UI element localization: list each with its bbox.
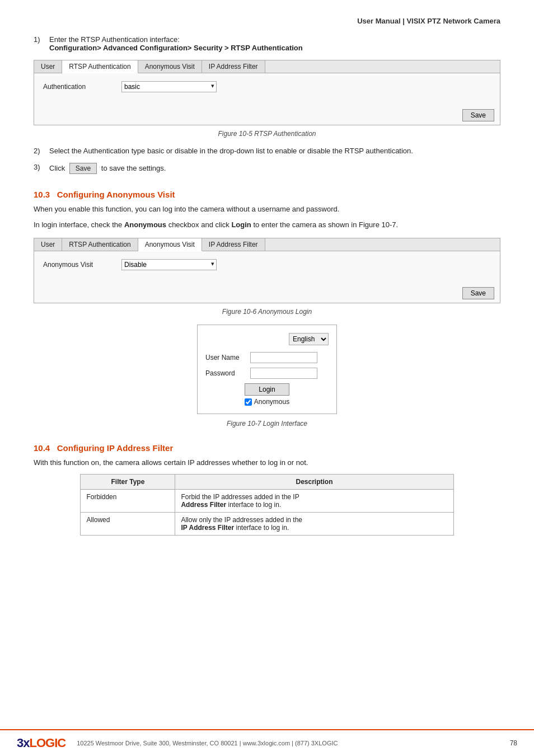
anon-intro-text4: to enter the camera as shown in Figure 1… [253,220,398,229]
language-select[interactable]: English Chinese [289,333,329,345]
figure-10-7-caption: Figure 10-7 Login Interface [34,420,500,428]
section-104-title: Configuring IP Address Filter [57,443,174,453]
manual-title: User Manual [357,17,400,25]
anonymous-label: Anonymous [254,398,289,406]
footer-address: 10225 Westmoor Drive, Suite 300, Westmin… [77,740,509,746]
login-actions: Login Anonymous [205,383,329,406]
anonymous-checkbox-row: Anonymous [245,398,289,406]
bold-ip-address-filter: IP Address Filter [181,524,234,532]
step-1-path: Configuration> Advanced Configuration> S… [49,44,303,52]
username-label: User Name [205,354,250,361]
anon-tab-user[interactable]: User [34,238,62,251]
cell-allowed: Allowed [81,512,175,535]
login-interface-box: English Chinese User Name Password Login… [197,325,337,414]
tab-anonymous-visit[interactable]: Anonymous Visit [138,60,202,73]
anonymous-checkbox[interactable] [245,398,252,406]
section-104-heading: 10.4 Configuring IP Address Filter [34,443,500,453]
step-3-text2: to save the settings. [101,164,166,172]
authentication-select-wrapper: basic disable [121,81,217,92]
anon-intro-text2a: In login interface, check the [34,220,122,229]
rtsp-save-button[interactable]: Save [462,109,494,121]
anon-tab-anonymous[interactable]: Anonymous Visit [138,238,202,251]
step-3-block: 3) Click Save to save the settings. [34,163,500,174]
ip-filter-table: Filter Type Description Forbidden Forbid… [80,474,453,536]
password-input[interactable] [250,368,317,379]
step-1-block: 1) Enter the RTSP Authentication interfa… [34,35,500,52]
bold-address-filter: Address Filter [181,501,226,509]
anon-body: Anonymous Visit Disable Enable [34,251,500,284]
rtsp-auth-panel: User RTSP Authentication Anonymous Visit… [34,60,500,125]
anon-tab-rtsp[interactable]: RTSP Authentication [62,238,138,251]
login-lang-row: English Chinese [205,333,329,345]
step-1-content: Enter the RTSP Authentication interface:… [49,35,500,52]
step-3-number: 3) [34,163,49,174]
col-description: Description [175,474,453,489]
anon-tab-ip[interactable]: IP Address Filter [202,238,265,251]
figure-10-6-text: Figure 10-6 Anonymous Login [222,308,312,316]
username-field: User Name [205,352,329,363]
authentication-row: Authentication basic disable [43,81,491,92]
anon-visit-select[interactable]: Disable Enable [121,259,217,270]
cell-forbidden-desc: Forbid the IP addresses added in the IP … [175,489,453,512]
tab-ip-address-filter[interactable]: IP Address Filter [202,60,265,73]
step-3-text: Click [49,164,65,172]
section-103-number: 10.3 [34,190,50,199]
section-103-title: Configuring Anonymous Visit [57,190,175,199]
anon-visit-panel: User RTSP Authentication Anonymous Visit… [34,238,500,303]
anon-visit-row: Anonymous Visit Disable Enable [43,259,491,270]
cell-forbidden: Forbidden [81,489,175,512]
figure-10-5-text: Figure 10-5 RTSP Authentication [218,130,316,138]
anon-intro-text3: checkbox and click [168,220,229,229]
rtsp-body: Authentication basic disable [34,73,500,106]
anon-visit-label: Anonymous Visit [43,261,121,269]
page-header: User Manual | VISIX PTZ Network Camera [34,17,500,25]
table-row: Allowed Allow only the IP addresses adde… [81,512,453,535]
step-1-number: 1) [34,35,49,52]
logo-3x: 3x [17,736,29,750]
footer-page-number: 78 [510,739,517,747]
login-button[interactable]: Login [245,383,289,396]
tab-user[interactable]: User [34,60,62,73]
authentication-label: Authentication [43,83,121,91]
step-1-text: Enter the RTSP Authentication interface: [49,35,180,44]
ip-intro-text: With this function on, the camera allows… [34,457,500,468]
anon-save-button[interactable]: Save [462,287,494,299]
anon-bold1: Anonymous [124,220,166,229]
password-field: Password [205,368,329,379]
figure-10-6-caption: Figure 10-6 Anonymous Login [34,308,500,316]
password-label: Password [205,369,250,377]
figure-10-7-text: Figure 10-7 Login Interface [227,420,307,428]
rtsp-footer: Save [34,106,500,125]
anon-tab-bar: User RTSP Authentication Anonymous Visit… [34,238,500,251]
tab-rtsp-authentication[interactable]: RTSP Authentication [62,60,138,73]
page-footer: 3xLOGIC 10225 Westmoor Drive, Suite 300,… [0,729,534,756]
step-2-number: 2) [34,147,49,155]
footer-logo: 3xLOGIC [17,736,65,750]
step-3-content: Click Save to save the settings. [49,163,500,174]
username-input[interactable] [250,352,317,363]
product-name: VISIX PTZ Network Camera [406,17,500,25]
table-header-row: Filter Type Description [81,474,453,489]
step-2-block: 2) Select the Authentication type basic … [34,147,500,155]
section-103-heading: 10.3 Configuring Anonymous Visit [34,190,500,199]
logo-logic: LOGIC [29,736,65,750]
anon-footer: Save [34,284,500,303]
step-2-text: Select the Authentication type basic or … [49,147,413,155]
anon-intro-text2: In login interface, check the Anonymous … [34,219,500,231]
step-2-content: Select the Authentication type basic or … [49,147,500,155]
anon-bold2: Login [231,220,251,229]
table-row: Forbidden Forbid the IP addresses added … [81,489,453,512]
section-104-number: 10.4 [34,443,50,453]
col-filter-type: Filter Type [81,474,175,489]
anon-intro-text1: When you enable this function, you can l… [34,204,500,215]
cell-allowed-desc: Allow only the IP addresses added in the… [175,512,453,535]
step-3-save-inline: Save [69,163,97,174]
figure-10-5-caption: Figure 10-5 RTSP Authentication [34,130,500,138]
anon-visit-select-wrapper: Disable Enable [121,259,217,270]
authentication-select[interactable]: basic disable [121,81,217,92]
rtsp-tab-bar: User RTSP Authentication Anonymous Visit… [34,60,500,73]
